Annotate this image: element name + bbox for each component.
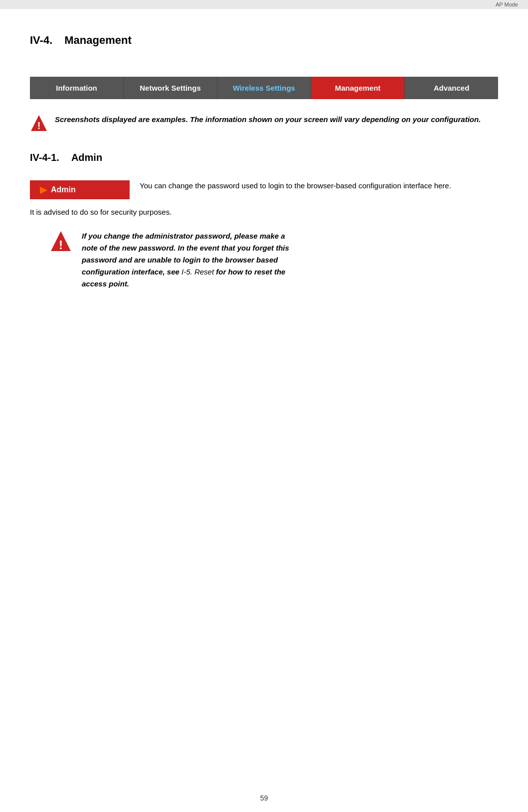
svg-text:!: ! xyxy=(59,238,63,252)
nav-information[interactable]: Information xyxy=(30,77,124,99)
admin-arrow-icon: ▶ xyxy=(40,184,47,195)
navigation-bar: Information Network Settings Wireless Se… xyxy=(30,77,498,99)
section-title: Management xyxy=(64,34,131,47)
notice-password: ! If you change the administrator passwo… xyxy=(50,230,478,290)
nav-wireless-settings[interactable]: Wireless Settings xyxy=(217,77,311,99)
top-bar: AP Mode xyxy=(0,0,528,9)
warning-icon-2: ! xyxy=(50,230,72,254)
admin-description: You can change the password used to logi… xyxy=(140,180,451,192)
subsection-number: IV-4-1. xyxy=(30,152,59,163)
ap-mode-label: AP Mode xyxy=(496,1,518,7)
page-footer: 59 xyxy=(0,794,528,802)
notice-screenshots-text: Screenshots displayed are examples. The … xyxy=(55,114,481,126)
nav-network-settings[interactable]: Network Settings xyxy=(124,77,217,99)
svg-text:!: ! xyxy=(37,120,41,131)
notice-password-text: If you change the administrator password… xyxy=(82,230,289,290)
admin-label-box: ▶ Admin xyxy=(30,180,130,199)
page-number: 59 xyxy=(260,794,268,802)
subsection-title: Admin xyxy=(71,152,102,163)
nav-advanced[interactable]: Advanced xyxy=(405,77,498,99)
notice-screenshots: ! Screenshots displayed are examples. Th… xyxy=(30,114,498,132)
admin-label: Admin xyxy=(51,185,76,194)
warning-icon-1: ! xyxy=(30,114,48,132)
section-number: IV-4. xyxy=(30,34,52,47)
nav-management[interactable]: Management xyxy=(311,77,405,99)
admin-row: ▶ Admin You can change the password used… xyxy=(30,180,498,199)
reset-link: I-5. Reset xyxy=(181,268,214,276)
page-content: IV-4. Management Information Network Set… xyxy=(0,9,528,335)
body-text-security: It is advised to do so for security purp… xyxy=(30,206,498,218)
